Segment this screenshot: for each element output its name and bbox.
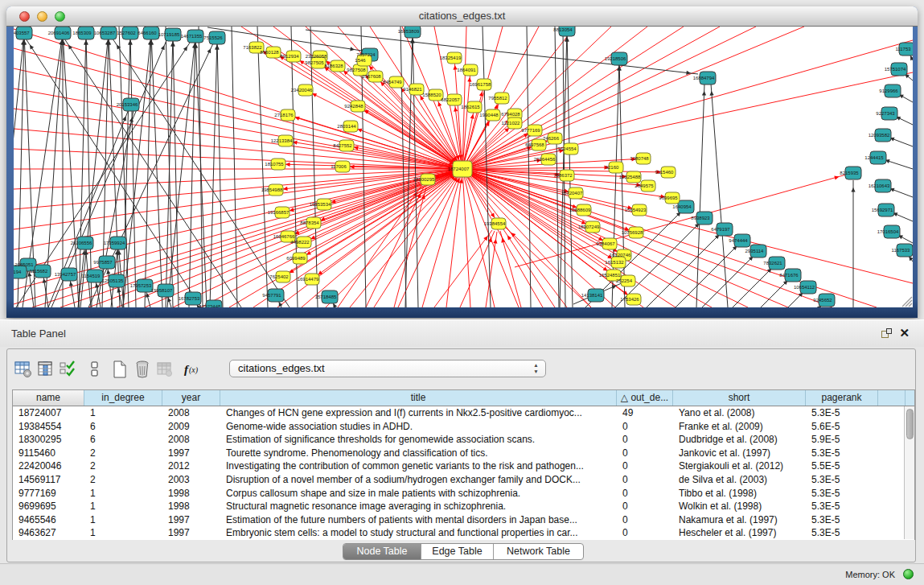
cell-pagerank: 5.5E-5	[806, 459, 878, 473]
svg-text:10688609: 10688609	[569, 208, 591, 212]
table-row[interactable]: 1456911722003Disruption of a novel membe…	[13, 473, 914, 487]
svg-text:1615132: 1615132	[605, 260, 624, 265]
table-column-icon[interactable]	[36, 360, 55, 379]
new-document-icon[interactable]	[110, 360, 129, 379]
tab-node-table[interactable]: Node Table	[343, 544, 421, 559]
table-toolbar: f(x)	[14, 358, 205, 381]
cell-pagerank: 5.9E-5	[806, 433, 878, 447]
column-header-year[interactable]: year	[162, 390, 220, 406]
svg-text:2935114: 2935114	[745, 249, 765, 253]
cell-in_degree: 2	[84, 459, 162, 473]
svg-text:1154519: 1154519	[82, 274, 101, 278]
table-row[interactable]: 2242004622012Investigating the contribut…	[13, 459, 914, 473]
table-row[interactable]: 946554611997Estimation of the future num…	[13, 513, 914, 527]
cell-pagerank: 5.3E-5	[806, 406, 878, 420]
svg-text:7986372: 7986372	[553, 173, 573, 178]
svg-text:18300295: 18300295	[413, 177, 435, 182]
svg-text:(x): (x)	[189, 365, 199, 375]
table-row[interactable]: 1830029562008Estimation of significance …	[13, 433, 914, 447]
tab-network-table[interactable]: Network Table	[494, 544, 583, 559]
cell-short: Dudbridge et al. (2008)	[673, 433, 806, 447]
network-table-select[interactable]: citations_edges.txt ▲▼	[229, 360, 546, 377]
svg-text:9474444: 9474444	[729, 238, 748, 243]
svg-text:3624554: 3624554	[557, 146, 577, 151]
svg-text:17359924: 17359924	[104, 241, 125, 245]
column-header-short[interactable]: short	[673, 390, 806, 406]
svg-text:62160: 62160	[606, 165, 619, 170]
table-row[interactable]: 1938455462009Genome-wide association stu…	[13, 420, 914, 434]
svg-text:6822057: 6822057	[441, 97, 460, 102]
table-scrollbar[interactable]	[904, 406, 914, 539]
svg-text:8454749: 8454749	[383, 80, 402, 84]
cell-year: 2008	[162, 433, 220, 447]
svg-text:9827505: 9827505	[305, 60, 324, 65]
svg-text:19958107: 19958107	[151, 288, 173, 293]
delete-table-icon[interactable]	[133, 360, 152, 379]
close-panel-icon[interactable]: ✕	[899, 326, 910, 340]
svg-text:1753426: 1753426	[620, 297, 639, 302]
cell-in_degree: 6	[84, 420, 162, 434]
cell-out_de: 0	[617, 487, 673, 501]
cell-pagerank: 5.3E-5	[806, 487, 878, 501]
select-rows-icon[interactable]	[59, 360, 78, 379]
close-window-button[interactable]	[19, 11, 30, 22]
cell-year: 1998	[162, 487, 220, 501]
svg-text:1810755: 1810755	[265, 162, 284, 167]
cell-title: Estimation of the future numbers of pati…	[220, 513, 617, 527]
cell-title: Genome-wide association studies in ADHD.	[220, 420, 617, 434]
scrollbar-thumb[interactable]	[906, 409, 914, 439]
table-row[interactable]: 1872400712008Changes of HCN gene express…	[13, 406, 914, 420]
cell-title: Investigating the contribution of common…	[220, 459, 617, 473]
cell-name: 18724007	[13, 406, 84, 420]
table-settings-icon[interactable]	[14, 360, 33, 379]
column-header-name[interactable]: name	[13, 390, 84, 406]
cell-out_de: 0	[617, 500, 673, 513]
svg-text:12093582: 12093582	[869, 133, 890, 138]
svg-text:16053809: 16053809	[398, 29, 420, 34]
network-window: citations_edges.txt 18724007140355720691…	[6, 6, 918, 318]
svg-text:17957253: 17957253	[130, 283, 152, 288]
svg-text:19218506: 19218506	[605, 56, 626, 61]
svg-text:9699695: 9699695	[659, 196, 678, 200]
table-panel-body: f(x) citations_edges.txt ▲▼ namein_degre…	[6, 348, 916, 562]
table-row[interactable]: 977716911998Corpus callosum shape and si…	[13, 487, 914, 501]
minimize-window-button[interactable]	[37, 11, 47, 22]
zoom-window-button[interactable]	[55, 11, 65, 22]
svg-text:14671355: 14671355	[181, 34, 203, 39]
svg-text:8471676: 8471676	[779, 273, 799, 278]
svg-text:111753: 111753	[895, 47, 911, 51]
function-builder-icon[interactable]: f(x)	[183, 360, 202, 379]
svg-text:1121022: 1121022	[502, 121, 521, 126]
table-row[interactable]: 911546021997Tourette syndrome. Phenomeno…	[13, 447, 914, 460]
table-row[interactable]: 969969511998Structural magnetic resonanc…	[13, 500, 914, 513]
cell-title: Disruption of a novel member of a sodium…	[220, 473, 617, 487]
float-panel-icon[interactable]	[881, 328, 892, 339]
merge-rows-icon[interactable]	[84, 360, 104, 379]
column-header-title[interactable]: title	[220, 390, 617, 406]
column-header-in_degree[interactable]: in_degree	[84, 390, 162, 406]
column-header-pagerank[interactable]: pagerank	[806, 390, 878, 406]
cell-year: 2012	[162, 459, 220, 473]
svg-text:10653287: 10653287	[94, 31, 116, 35]
cell-short: Yano et al. (2008)	[673, 406, 806, 420]
svg-text:9384067: 9384067	[596, 241, 615, 246]
column-header-out_de[interactable]: △ out_de...	[617, 390, 673, 406]
table-row[interactable]: 946362711997Embryonic stem cells: a mode…	[13, 526, 914, 540]
window-titlebar[interactable]: citations_edges.txt	[6, 6, 918, 27]
column-header-empty[interactable]	[878, 390, 906, 406]
svg-text:17016504: 17016504	[877, 229, 899, 234]
svg-text:9975857: 9975857	[93, 260, 113, 265]
network-canvas[interactable]: 1872400714035572069140618653091065328715…	[14, 27, 913, 307]
svg-text:16046766: 16046766	[273, 234, 295, 239]
cell-title: Embryonic stem cells: a model to study s…	[220, 526, 617, 540]
svg-text:1588520: 1588520	[422, 93, 441, 97]
cell-out_de: 0	[617, 459, 673, 473]
cell-in_degree: 1	[84, 526, 162, 540]
svg-text:15692971: 15692971	[872, 208, 893, 212]
tab-edge-table[interactable]: Edge Table	[421, 544, 494, 559]
cell-short: Wolkin et al. (1998)	[673, 500, 806, 513]
import-table-icon[interactable]	[155, 360, 175, 379]
cell-out_de: 49	[617, 406, 673, 420]
cell-pagerank: 5.3E-5	[806, 526, 878, 540]
svg-text:18724007: 18724007	[448, 167, 470, 171]
